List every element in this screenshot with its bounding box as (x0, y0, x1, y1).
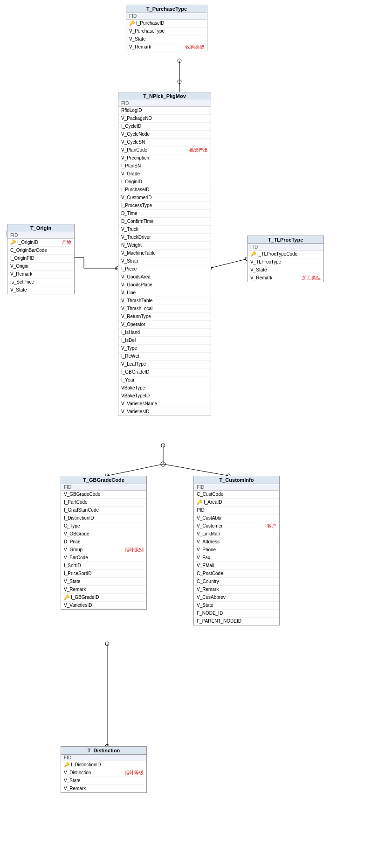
table-row: V_EMail (194, 562, 279, 570)
table-row: V_TLProcType (248, 258, 323, 266)
table-row: V_Operator (118, 321, 211, 329)
table-row: 🔑 I_TLProcTypeCode (248, 250, 323, 258)
table-row: I_SortID (61, 562, 146, 570)
key-icon: 🔑 (250, 251, 256, 257)
table-row: V_CycleNode (118, 131, 211, 139)
table-row: I_GradStanCode (61, 507, 146, 514)
key-icon: 🔑 (10, 239, 16, 246)
table-row: V_CusAbbrev (194, 594, 279, 602)
table-row: V_Customer 客户 (194, 522, 279, 530)
table-row: V_ThrashTable (118, 297, 211, 305)
table-row: V_PurchaseType (126, 28, 207, 35)
table-row: RfidLogID (118, 107, 211, 115)
table-row: I_PriceSortID (61, 570, 146, 578)
table-origin-subheader: FID (7, 232, 74, 239)
table-row: VBakeType (118, 384, 211, 392)
table-row: V_CustomerID (118, 194, 211, 202)
key-icon: 🔑 (64, 594, 69, 601)
table-row: 🔑 I_OriginID 产地 (7, 239, 74, 247)
svg-line-10 (210, 259, 247, 268)
table-npick-pkgmov: T_NPick_PkgMov FID RfidLogID V_PackageNO… (118, 92, 211, 416)
table-row: V_Group 烟叶级别 (61, 546, 146, 554)
table-row: V_Precription (118, 154, 211, 162)
table-tlproctype-subheader: FID (248, 244, 323, 250)
table-row: C_CustCode (194, 491, 279, 499)
table-row: F_PARENT_NODEID (194, 618, 279, 625)
table-row: V_Remark 加工类型 (248, 274, 323, 282)
table-row: Is_SetPrice (7, 278, 74, 286)
label-red: 挑选产出 (189, 147, 208, 153)
table-row: N_Weight (118, 242, 211, 250)
table-row: V_Grade (118, 170, 211, 178)
table-row: V_State (61, 777, 146, 785)
table-row: V_CustAbbr (194, 514, 279, 522)
table-origin: T_Origin FID 🔑 I_OriginID 产地 C_OriginBar… (7, 224, 75, 294)
table-row: V_Truck (118, 226, 211, 234)
table-row: V_LinkMan (194, 530, 279, 538)
table-row: PID (194, 507, 279, 514)
table-row: V_LeafType (118, 361, 211, 368)
table-row: 🔑 I_DistinctionID (61, 761, 146, 769)
table-row: V_Line (118, 289, 211, 297)
svg-point-2 (178, 80, 181, 83)
table-row: V_BarCode (61, 554, 146, 562)
table-npick-subheader: FID (118, 100, 211, 107)
table-distinction: T_Distinction FID 🔑 I_DistinctionID V_Di… (61, 746, 147, 793)
table-row: I_CycleID (118, 123, 211, 131)
table-tlproctype-header: T_TLProcType (248, 236, 323, 244)
table-gbgradecode-subheader: FID (61, 484, 146, 491)
table-row: V_Remark (61, 586, 146, 594)
table-row: 🔑 I_AreaID (194, 499, 279, 507)
table-row: V_Remark (7, 271, 74, 278)
table-row: V_GoodsPlace (118, 281, 211, 289)
table-custominfo-header: T_CustomInfo (194, 476, 279, 484)
table-row: V_VarietiesID (118, 408, 211, 416)
table-row: V_GoodsArea (118, 273, 211, 281)
table-row: I_ReWet (118, 353, 211, 361)
table-row: I_PlanSN (118, 162, 211, 170)
table-row: I_PurchaseID (118, 186, 211, 194)
table-row: V_PackageNO (118, 115, 211, 123)
svg-line-19 (163, 464, 228, 476)
table-row: VBakeTypeID (118, 392, 211, 400)
table-row: V_Type (118, 345, 211, 353)
label-red: 烟叶级别 (125, 547, 144, 553)
table-purchasetype-header: T_PurchaseType (126, 5, 207, 13)
table-row: V_CycleSN (118, 139, 211, 146)
table-row: I_GBGradeID (118, 368, 211, 376)
table-row: 🔑 I_PurchaseID (126, 20, 207, 28)
table-row: I_IsDel (118, 337, 211, 345)
label-red: 客户 (267, 523, 276, 529)
table-custominfo: T_CustomInfo FID C_CustCode 🔑 I_AreaID P… (193, 476, 280, 625)
table-gbgradecode: T_GBGradeCode FID V_GBGradeCode I_PartCo… (61, 476, 147, 610)
diagram-container: T_PurchaseType FID 🔑 I_PurchaseID V_Purc… (0, 0, 392, 868)
table-row: I_DistinctionID (61, 514, 146, 522)
table-row: V_Remark (61, 785, 146, 792)
table-row: V_Remark (194, 586, 279, 594)
svg-point-24 (105, 642, 109, 646)
table-row: V_ReturnType (118, 313, 211, 321)
table-row: V_GBGradeCode (61, 491, 146, 499)
table-row: D_ConfirmTime (118, 218, 211, 226)
table-origin-header: T_Origin (7, 224, 74, 232)
table-row: V_ThrashLocal (118, 305, 211, 313)
table-row: I_PartCode (61, 499, 146, 507)
table-row: V_Remark 收购类型 (126, 43, 207, 51)
key-icon: 🔑 (129, 20, 135, 27)
table-row: V_State (194, 602, 279, 610)
table-row: V_Distinction 烟叶等级 (61, 769, 146, 777)
label-red: 收购类型 (186, 44, 204, 50)
table-row: C_Type (61, 522, 146, 530)
table-purchasetype: T_PurchaseType FID 🔑 I_PurchaseID V_Purc… (126, 5, 207, 51)
table-distinction-subheader: FID (61, 755, 146, 761)
table-row: I_OriginPID (7, 255, 74, 263)
table-row: V_Phone (194, 546, 279, 554)
table-row: V_State (7, 286, 74, 294)
table-row: V_VarietiesID (61, 602, 146, 609)
table-row: I_ProcessType (118, 202, 211, 210)
table-row: V_TruckDriver (118, 234, 211, 242)
svg-point-1 (178, 59, 181, 62)
svg-line-18 (107, 464, 163, 476)
table-distinction-header: T_Distinction (61, 747, 146, 755)
table-row: V_VarietiesName (118, 400, 211, 408)
